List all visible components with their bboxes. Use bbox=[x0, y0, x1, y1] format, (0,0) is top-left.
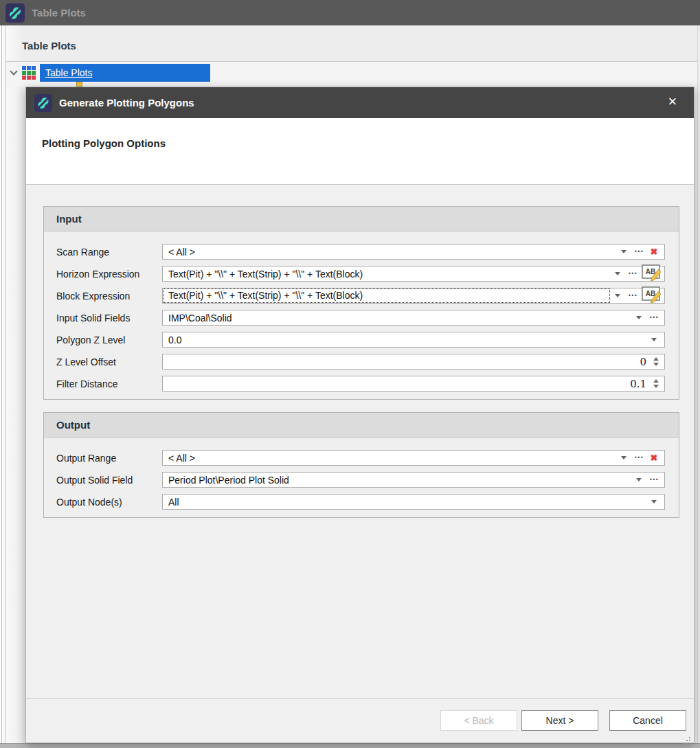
output-range-field[interactable]: < All > ⋯ ✖ bbox=[162, 450, 665, 466]
scan-range-row: Scan Range < All > ⋯ ✖ bbox=[56, 244, 665, 260]
input-group: Input Scan Range < All > ⋯ ✖ Horizon Exp… bbox=[43, 206, 679, 400]
output-solid-field-field[interactable]: Period Plot\Period Plot Solid ⋯ bbox=[162, 472, 665, 488]
expression-editor-icon[interactable]: AB bbox=[642, 286, 662, 305]
next-button[interactable]: Next > bbox=[521, 710, 598, 731]
polygon-z-level-field[interactable]: 0.0 bbox=[162, 332, 665, 348]
output-range-label: Output Range bbox=[56, 453, 162, 464]
output-solid-field-row: Output Solid Field Period Plot\Period Pl… bbox=[56, 472, 665, 488]
cancel-button[interactable]: Cancel bbox=[609, 710, 686, 731]
browse-ellipsis-button[interactable]: ⋯ bbox=[625, 267, 640, 281]
horizon-expression-value: Text(Pit) + "\\" + Text(Strip) + "\\" + … bbox=[163, 269, 610, 280]
browse-ellipsis-button[interactable]: ⋯ bbox=[631, 245, 646, 259]
horizon-expression-row: Horizon Expression Text(Pit) + "\\" + Te… bbox=[56, 266, 665, 282]
input-solid-fields-row: Input Solid Fields IMP\Coal\Solid ⋯ bbox=[56, 310, 665, 326]
dialog-content: Input Scan Range < All > ⋯ ✖ Horizon Exp… bbox=[26, 184, 694, 698]
spinner-control[interactable] bbox=[651, 354, 662, 369]
spinner-control[interactable] bbox=[651, 376, 662, 391]
output-range-row: Output Range < All > ⋯ ✖ bbox=[56, 450, 665, 466]
tree-row[interactable]: Table Plots bbox=[10, 63, 210, 82]
window-bottom-edge bbox=[0, 743, 700, 748]
output-nodes-label: Output Node(s) bbox=[56, 497, 162, 508]
output-range-value: < All > bbox=[163, 453, 616, 464]
dropdown-arrow-icon[interactable] bbox=[646, 495, 662, 509]
window-border-line bbox=[1, 25, 2, 743]
browse-ellipsis-button[interactable]: ⋯ bbox=[631, 451, 646, 465]
horizon-expression-label: Horizon Expression bbox=[56, 269, 162, 280]
output-group-title: Output bbox=[56, 419, 90, 431]
dropdown-arrow-icon[interactable] bbox=[616, 451, 631, 465]
window-left-edge bbox=[0, 25, 25, 743]
input-group-header: Input bbox=[44, 207, 679, 231]
back-button[interactable]: < Back bbox=[440, 710, 517, 731]
dropdown-arrow-icon[interactable] bbox=[646, 332, 662, 347]
block-expression-label: Block Expression bbox=[56, 291, 162, 302]
section-title: Plotting Polygon Options bbox=[26, 118, 694, 149]
filter-distance-row: Filter Distance 0.1 bbox=[56, 376, 665, 392]
input-solid-fields-value: IMP\Coal\Solid bbox=[163, 313, 631, 324]
filter-distance-label: Filter Distance bbox=[56, 378, 162, 389]
polygon-z-level-value: 0.0 bbox=[163, 335, 646, 345]
window-border-line bbox=[5, 25, 5, 743]
output-group: Output Output Range < All > ⋯ ✖ Output S… bbox=[43, 412, 679, 518]
dialog-titlebar: Generate Plotting Polygons × bbox=[26, 87, 694, 118]
resize-grip[interactable] bbox=[684, 737, 685, 738]
dropdown-arrow-icon[interactable] bbox=[616, 245, 631, 259]
browse-ellipsis-button[interactable]: ⋯ bbox=[625, 288, 640, 303]
app-logo-icon bbox=[5, 3, 25, 23]
output-solid-field-label: Output Solid Field bbox=[56, 475, 162, 486]
window-title: Table Plots bbox=[32, 7, 86, 19]
table-plots-grid-icon bbox=[22, 66, 36, 80]
browse-ellipsis-button[interactable]: ⋯ bbox=[646, 473, 662, 487]
dialog-footer: < Back Next > Cancel bbox=[26, 698, 694, 743]
input-solid-fields-field[interactable]: IMP\Coal\Solid ⋯ bbox=[162, 310, 665, 326]
input-solid-fields-label: Input Solid Fields bbox=[56, 313, 162, 324]
z-level-offset-value: 0 bbox=[163, 356, 651, 368]
svg-text:AB: AB bbox=[646, 290, 655, 297]
output-nodes-field[interactable]: All bbox=[162, 494, 665, 510]
output-group-header: Output bbox=[44, 413, 679, 438]
dialog-heading-area: Plotting Polygon Options bbox=[26, 118, 694, 184]
output-nodes-row: Output Node(s) All bbox=[56, 494, 665, 510]
block-expression-row: Block Expression Text(Pit) + "\\" + Text… bbox=[56, 288, 665, 304]
generate-plotting-polygons-dialog: Generate Plotting Polygons × Plotting Po… bbox=[25, 87, 695, 743]
dropdown-arrow-icon[interactable] bbox=[631, 473, 646, 487]
chevron-down-icon[interactable] bbox=[10, 67, 17, 75]
filter-distance-field[interactable]: 0.1 bbox=[162, 376, 665, 392]
z-level-offset-field[interactable]: 0 bbox=[162, 354, 665, 370]
dropdown-arrow-icon[interactable] bbox=[610, 288, 625, 303]
filter-distance-value: 0.1 bbox=[163, 378, 651, 390]
tree-item-table-plots[interactable]: Table Plots bbox=[40, 64, 210, 82]
expression-editor-icon[interactable]: AB bbox=[642, 264, 662, 283]
polygon-z-level-label: Polygon Z Level bbox=[56, 335, 162, 345]
panel-title: Table Plots bbox=[22, 40, 76, 52]
scan-range-label: Scan Range bbox=[56, 247, 162, 258]
window-titlebar: Table Plots bbox=[0, 0, 700, 25]
dropdown-arrow-icon[interactable] bbox=[631, 310, 646, 325]
block-expression-value: Text(Pit) + "\\" + Text(Strip) + "\\" + … bbox=[163, 288, 610, 303]
z-level-offset-row: Z Level Offset 0 bbox=[56, 354, 665, 370]
output-nodes-value: All bbox=[163, 497, 646, 508]
browse-ellipsis-button[interactable]: ⋯ bbox=[646, 310, 662, 325]
dialog-app-icon bbox=[34, 94, 52, 112]
scan-range-field[interactable]: < All > ⋯ ✖ bbox=[162, 244, 665, 260]
close-icon[interactable]: × bbox=[664, 93, 681, 111]
dialog-title: Generate Plotting Polygons bbox=[59, 97, 194, 109]
input-group-title: Input bbox=[56, 213, 82, 225]
scan-range-value: < All > bbox=[163, 247, 616, 258]
polygon-z-level-row: Polygon Z Level 0.0 bbox=[56, 332, 665, 348]
horizon-expression-field[interactable]: Text(Pit) + "\\" + Text(Strip) + "\\" + … bbox=[162, 266, 665, 282]
z-level-offset-label: Z Level Offset bbox=[56, 356, 162, 367]
hidden-tree-item-icon bbox=[76, 82, 82, 87]
block-expression-field[interactable]: Text(Pit) + "\\" + Text(Strip) + "\\" + … bbox=[162, 288, 665, 304]
output-solid-field-value: Period Plot\Period Plot Solid bbox=[163, 475, 631, 486]
window-border-line bbox=[697, 25, 698, 743]
clear-x-icon[interactable]: ✖ bbox=[646, 245, 662, 259]
tree-item-label: Table Plots bbox=[45, 67, 92, 78]
svg-text:AB: AB bbox=[646, 268, 655, 275]
dropdown-arrow-icon[interactable] bbox=[610, 267, 625, 281]
clear-x-icon[interactable]: ✖ bbox=[646, 451, 662, 465]
